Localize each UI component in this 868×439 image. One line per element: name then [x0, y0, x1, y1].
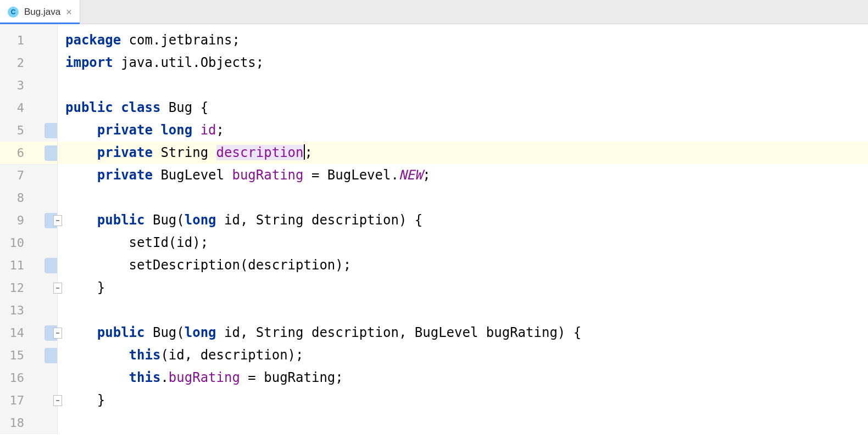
line-number[interactable]: 5: [0, 119, 57, 142]
code-line[interactable]: import java.util.Objects;: [65, 52, 868, 74]
code-line[interactable]: public Bug(long id, String description, …: [65, 322, 868, 344]
gutter: 123456789101112131415161718: [0, 24, 58, 434]
tab-label: Bug.java: [24, 7, 60, 18]
close-icon[interactable]: ×: [66, 7, 72, 17]
code-line[interactable]: private long id;: [65, 119, 868, 142]
fold-icon[interactable]: [53, 395, 62, 406]
code-line[interactable]: [65, 74, 868, 97]
fold-icon[interactable]: [53, 283, 62, 294]
code-line[interactable]: this(id, description);: [65, 344, 868, 367]
code-line[interactable]: private String description;: [58, 142, 868, 164]
line-number[interactable]: 6: [0, 142, 57, 164]
class-icon: C: [8, 7, 19, 18]
line-number[interactable]: 16: [0, 367, 57, 389]
line-number[interactable]: 2: [0, 52, 57, 74]
code-area[interactable]: package com.jetbrains;import java.util.O…: [58, 24, 868, 434]
line-number[interactable]: 9: [0, 209, 57, 232]
gutter-marker[interactable]: [44, 145, 57, 161]
line-number[interactable]: 15: [0, 344, 57, 367]
line-number[interactable]: 4: [0, 97, 57, 119]
code-line[interactable]: }: [65, 389, 868, 412]
editor: 123456789101112131415161718 package com.…: [0, 24, 868, 434]
code-line[interactable]: [65, 412, 868, 434]
line-number[interactable]: 7: [0, 164, 57, 187]
code-line[interactable]: public class Bug {: [65, 97, 868, 119]
gutter-marker[interactable]: [44, 258, 57, 273]
code-line[interactable]: package com.jetbrains;: [65, 29, 868, 52]
gutter-marker[interactable]: [44, 123, 57, 138]
line-number[interactable]: 3: [0, 74, 57, 97]
tab-bug-java[interactable]: C Bug.java ×: [0, 0, 80, 24]
code-line[interactable]: }: [65, 277, 868, 299]
code-line[interactable]: setDescription(description);: [65, 254, 868, 277]
line-number[interactable]: 11: [0, 254, 57, 277]
fold-icon[interactable]: [53, 215, 62, 226]
code-line[interactable]: [65, 187, 868, 209]
tab-bar: C Bug.java ×: [0, 0, 868, 24]
code-line[interactable]: public Bug(long id, String description) …: [65, 209, 868, 232]
line-number[interactable]: 8: [0, 187, 57, 209]
gutter-marker[interactable]: [44, 348, 57, 363]
fold-icon[interactable]: [53, 328, 62, 339]
line-number[interactable]: 13: [0, 299, 57, 322]
code-line[interactable]: setId(id);: [65, 232, 868, 254]
code-line[interactable]: private BugLevel bugRating = BugLevel.NE…: [65, 164, 868, 187]
line-number[interactable]: 17: [0, 389, 57, 412]
code-line[interactable]: [65, 299, 868, 322]
code-line[interactable]: this.bugRating = bugRating;: [65, 367, 868, 389]
line-number[interactable]: 1: [0, 29, 57, 52]
line-number[interactable]: 12: [0, 277, 57, 299]
line-number[interactable]: 10: [0, 232, 57, 254]
line-number[interactable]: 18: [0, 412, 57, 434]
line-number[interactable]: 14: [0, 322, 57, 344]
